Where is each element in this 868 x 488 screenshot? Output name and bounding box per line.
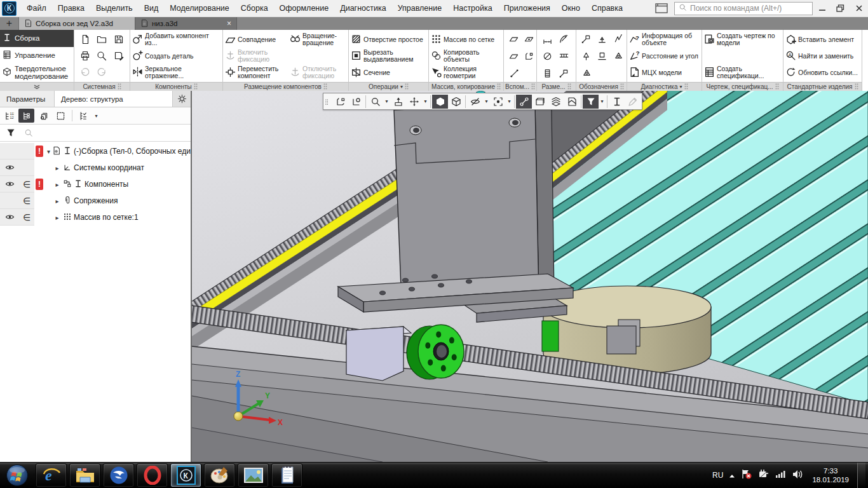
ribbon-icon-axis[interactable] bbox=[507, 65, 521, 81]
viewport-cs1-icon[interactable] bbox=[332, 95, 348, 109]
ribbon-button-создать-спецификаци-[interactable]: Создать спецификаци... bbox=[703, 64, 782, 81]
ribbon-icon-saveas[interactable] bbox=[112, 48, 126, 64]
ribbon-group-grip-icon[interactable] bbox=[323, 83, 327, 91]
tree-expander-icon[interactable]: ▸ bbox=[53, 181, 61, 188]
viewport-eyeoff-icon[interactable] bbox=[467, 95, 483, 109]
dropdown-caret-icon[interactable]: ▾ bbox=[599, 98, 606, 104]
ribbon-group-grip-icon[interactable] bbox=[567, 83, 571, 91]
dropdown-caret-icon[interactable]: ▾ bbox=[483, 98, 490, 104]
taskbar-ie-button[interactable]: e bbox=[36, 463, 67, 487]
ribbon-icon-tol[interactable] bbox=[580, 65, 593, 81]
ribbon-button-мцх-модели[interactable]: МЦХ модели bbox=[628, 64, 701, 81]
menu-Окно[interactable]: Окно bbox=[556, 0, 586, 17]
viewport-magnifier-icon[interactable] bbox=[367, 95, 383, 109]
ribbon-button-копировать-объекты[interactable]: Копировать объекты bbox=[430, 48, 503, 64]
ribbon-button-создать-деталь[interactable]: Создать деталь bbox=[131, 48, 222, 64]
viewport-cliplayers-icon[interactable] bbox=[548, 95, 564, 109]
dropdown-caret-icon[interactable]: ▾ bbox=[506, 98, 513, 104]
tree-row-1[interactable]: !▾(-)Сборка (Тел-0, Сборочных един bbox=[0, 143, 191, 159]
tree-panel-tab-inactive[interactable]: Параметры bbox=[0, 91, 55, 107]
menu-Вид[interactable]: Вид bbox=[139, 0, 165, 17]
ribbon-group-dropdown-icon[interactable]: ▾ bbox=[400, 84, 403, 90]
ribbon-group-grip-icon[interactable] bbox=[775, 83, 779, 91]
ribbon-icon-tol[interactable] bbox=[612, 48, 625, 64]
toolbar-grip-icon[interactable] bbox=[325, 95, 331, 109]
start-button[interactable] bbox=[5, 463, 29, 487]
menu-Выделить[interactable]: Выделить bbox=[90, 0, 139, 17]
menu-Диагностика[interactable]: Диагностика bbox=[334, 0, 391, 17]
ribbon-group-grip-icon[interactable] bbox=[531, 83, 535, 91]
menu-Приложения[interactable]: Приложения bbox=[498, 0, 556, 17]
visibility-eye-icon[interactable] bbox=[0, 193, 19, 209]
menu-Файл[interactable]: Файл bbox=[21, 0, 52, 17]
ribbon-button-коллекция-геометрии[interactable]: Коллекция геометрии bbox=[430, 64, 503, 81]
tree-expander-icon[interactable]: ▸ bbox=[53, 198, 61, 205]
viewport-asm-icon[interactable] bbox=[609, 95, 625, 109]
mode-item-2[interactable]: Управление bbox=[0, 47, 74, 64]
ribbon-button-информация-об-объекте[interactable]: ?Информация об объекте bbox=[628, 31, 701, 48]
ribbon-button-сечение[interactable]: Сечение bbox=[349, 64, 428, 81]
ribbon-group-grip-icon[interactable] bbox=[497, 83, 501, 91]
menu-Правка[interactable]: Правка bbox=[52, 0, 90, 17]
show-desktop-button[interactable] bbox=[857, 463, 865, 488]
menu-Оформление[interactable]: Оформление bbox=[274, 0, 335, 17]
menu-Управление[interactable]: Управление bbox=[392, 0, 448, 17]
ribbon-icon-mark[interactable] bbox=[580, 48, 593, 64]
document-tab-2[interactable]: низ.a3d× bbox=[135, 17, 237, 30]
ribbon-icon-leader[interactable] bbox=[557, 65, 571, 81]
tree-item[interactable]: ▸Массив по сетке:1 bbox=[44, 209, 191, 226]
ribbon-group-dropdown-icon[interactable]: ▾ bbox=[679, 84, 682, 90]
ribbon-icon-print[interactable] bbox=[78, 48, 92, 64]
viewport-splitpts-icon[interactable] bbox=[516, 95, 532, 109]
ribbon-icon-folder[interactable] bbox=[95, 32, 109, 47]
ribbon-icon-leader[interactable] bbox=[580, 31, 593, 46]
tree-row-4[interactable]: ∈▸Сопряжения bbox=[0, 193, 191, 209]
menu-Моделирование[interactable]: Моделирование bbox=[164, 0, 235, 17]
tray-expand-icon[interactable] bbox=[729, 470, 735, 481]
ribbon-button-переместить-компонент[interactable]: Переместить компонент bbox=[224, 64, 288, 81]
mode-item-1[interactable]: Сборка bbox=[0, 30, 74, 47]
ribbon-icon-plane[interactable] bbox=[507, 31, 520, 46]
ribbon-button-зеркальное-отражение-[interactable]: Зеркальное отражение... bbox=[131, 64, 222, 81]
viewport-orient-icon[interactable] bbox=[390, 95, 406, 109]
viewport-dimgrid-icon[interactable] bbox=[532, 95, 548, 109]
mode-item-3[interactable]: Твердотельное моделирование bbox=[0, 63, 74, 82]
ribbon-icon-dimd[interactable] bbox=[540, 48, 554, 64]
mode-panel-collapse-icon[interactable] bbox=[0, 82, 74, 91]
tree-item[interactable]: ▸Компоненты bbox=[44, 176, 191, 193]
tab-close-icon[interactable]: × bbox=[227, 19, 231, 28]
visibility-eye-icon[interactable] bbox=[0, 159, 19, 176]
ribbon-icon-dimr[interactable] bbox=[557, 31, 571, 46]
taskbar-photos-button[interactable] bbox=[238, 463, 269, 487]
dropdown-caret-icon[interactable]: ▾ bbox=[422, 98, 429, 104]
ribbon-button-вставить-элемент[interactable]: Вставить элемент bbox=[784, 31, 861, 48]
ribbon-icon-datum[interactable] bbox=[595, 31, 609, 46]
ribbon-icon-thread[interactable] bbox=[540, 65, 554, 81]
tree-item[interactable]: ▸Системы координат bbox=[44, 159, 191, 176]
tree-row-5[interactable]: ∈▸Массив по сетке:1 bbox=[0, 209, 191, 226]
taskbar-paint-button[interactable] bbox=[204, 463, 235, 487]
ribbon-icon-base[interactable] bbox=[595, 48, 609, 64]
tree-row-3[interactable]: ∈!▸Компоненты bbox=[0, 176, 191, 193]
network-signal-icon[interactable] bbox=[775, 470, 787, 481]
volume-icon[interactable] bbox=[792, 470, 804, 482]
viewport-funnel-icon[interactable] bbox=[583, 95, 599, 109]
ribbon-group-grip-icon[interactable] bbox=[684, 83, 688, 91]
ribbon-icon-preview[interactable] bbox=[95, 48, 109, 64]
viewport-axes4-icon[interactable] bbox=[406, 95, 422, 109]
ribbon-group-grip-icon[interactable] bbox=[194, 83, 198, 91]
language-indicator[interactable]: RU bbox=[712, 471, 723, 480]
ribbon-button-обновить-ссылки-[interactable]: Обновить ссылки... bbox=[784, 64, 861, 81]
tree-expander-icon[interactable]: ▾ bbox=[47, 148, 50, 155]
ribbon-button-найти-и-заменить[interactable]: AНайти и заменить bbox=[784, 48, 861, 64]
ribbon-icon-plane[interactable] bbox=[507, 48, 520, 64]
tree-expander-icon[interactable]: ▸ bbox=[53, 214, 61, 221]
ribbon-icon-dimc[interactable] bbox=[557, 48, 571, 64]
menu-Настройка[interactable]: Настройка bbox=[447, 0, 498, 17]
power-plug-icon[interactable] bbox=[758, 469, 770, 482]
document-tab-1[interactable]: Сборка оси зед V2.a3d bbox=[19, 17, 135, 30]
ribbon-button-создать-чертеж-по-модели[interactable]: Создать чертеж по модели bbox=[703, 31, 782, 48]
ribbon-icon-cs1[interactable] bbox=[522, 48, 535, 64]
ribbon-button-вырезать-выдавливанием[interactable]: Вырезать выдавливанием bbox=[349, 48, 428, 64]
layout-panel-icon[interactable] bbox=[654, 3, 669, 14]
